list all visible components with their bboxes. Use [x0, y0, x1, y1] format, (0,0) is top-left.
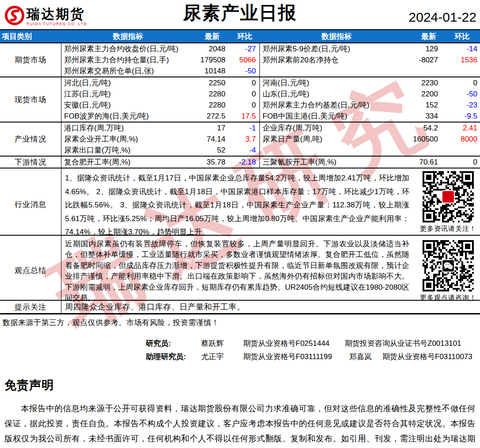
- researcher-cert: 期货从业资格号F0251444: [243, 338, 345, 348]
- latest-value: [413, 65, 444, 77]
- table-column-header: 项目类别 数据指标 最新 环比 数据指标 最新 环比: [0, 29, 480, 42]
- category-viewpoint-summary: 观点总结: [0, 236, 61, 305]
- col-header-change-left: 环比: [230, 30, 260, 42]
- latest-value: 2280: [194, 88, 230, 100]
- indicator-label: 尿素企业开工率(周,%): [61, 134, 194, 145]
- change-value: -23: [444, 100, 480, 111]
- indicator-label: 港口库存(周,万吨): [61, 123, 194, 134]
- change-value: 1536: [444, 54, 480, 65]
- ruida-logo-badge: [442, 190, 455, 203]
- indicator-label: 复合肥开工率(周,%): [61, 157, 194, 168]
- latest-value: 54.2: [413, 123, 444, 134]
- change-value: 0: [444, 77, 480, 88]
- latest-value: 152: [413, 100, 444, 111]
- change-value: 0: [230, 100, 260, 111]
- industry-news-text: 1、据隆众资讯统计，截至1月17日，中国尿素企业总库存量54.2万吨，较上周增加…: [65, 172, 409, 239]
- latest-value: 2200: [413, 88, 444, 100]
- report-page: 瑞达研究 瑞达期货 RUIDA FUTURES CO.,LTD. 尿素产业日报 …: [0, 0, 480, 448]
- change-value: -9.5: [444, 111, 480, 122]
- change-value: -50: [230, 65, 260, 77]
- indicator-label: [260, 145, 413, 156]
- latest-value: 129: [413, 43, 444, 54]
- latest-value: 2280: [194, 100, 230, 111]
- indicator-label: FOB波罗的海(日,美元/吨): [61, 111, 194, 122]
- col-header-change-right: 环比: [444, 30, 480, 42]
- industry-news-cell: 1、据隆众资讯统计，截至1月17日，中国尿素企业总库存量54.2万吨，较上周增加…: [61, 168, 480, 241]
- change-value: [444, 65, 480, 77]
- viewpoint-summary-cell: 近期国内尿素虽仍有装置故障停车，但恢复装置较多，上周产量明显回升。下游农业以及淡…: [61, 236, 480, 305]
- risk-footnote: 数据来源于第三方，观点仅供参考。市场有风险，投资需谨慎！: [0, 314, 480, 328]
- researcher-row-1: 研究员: 蔡跃辉 期货从业资格号F0251444 期货投资咨询从业证书号Z001…: [146, 337, 480, 350]
- change-value: 8000: [444, 134, 480, 145]
- indicator-label: [260, 65, 413, 77]
- indicator-label: 郑州尿素交易所仓单(日,张): [61, 65, 194, 77]
- indicator-label: 河南(日,元/吨): [260, 77, 413, 88]
- indicator-label: 河北(日,元/吨): [61, 77, 194, 88]
- news-qr-caption: 更多资讯请关注！: [419, 225, 477, 233]
- researchers-block: 研究员: 蔡跃辉 期货从业资格号F0251444 期货投资咨询从业证书号Z001…: [0, 337, 480, 363]
- latest-value: 2250: [194, 77, 230, 88]
- logo-brand-en: RUIDA FUTURES CO.,LTD.: [27, 22, 89, 26]
- news-qr-block: 更多资讯请关注！: [419, 171, 477, 233]
- latest-value: 17: [194, 123, 230, 134]
- researcher-cert-2: 期货投资咨询从业证书号Z0013101: [345, 338, 461, 348]
- category-label: 产业情况: [0, 123, 61, 156]
- category-label: 期货市场: [0, 43, 61, 77]
- viewpoint-summary-row: 观点总结 近期国内尿素虽仍有装置故障停车，但恢复装置较多，上周产量明显回升。下游…: [0, 235, 480, 300]
- col-header-latest-right: 最新: [413, 30, 444, 42]
- disclaimer-body: 本报告中的信息均来源于公开可获得资料，瑞达期货股份有限公司力求准确可靠，但对这些…: [4, 401, 476, 448]
- change-value: -4: [230, 145, 260, 156]
- indicator-label: 郑州尿素5-9价差(日,元/吨): [260, 43, 413, 54]
- assistant-cert-2: 期货从业资格号F03110073: [382, 352, 472, 362]
- indicator-label: 企业库存(周,万吨): [260, 123, 413, 134]
- logo-icon: [4, 5, 25, 26]
- latest-value: 2048: [194, 43, 230, 54]
- category-label: 下游情况: [0, 157, 61, 168]
- disclaimer-heading: 免责声明: [4, 377, 476, 393]
- report-date: 2024-01-22: [409, 10, 476, 25]
- researcher-row-2: 助理研究员: 尤正宇 期货从业资格号F03111199 郑嘉岚 期货从业资格号F…: [146, 350, 480, 363]
- logo-brand-cn: 瑞达期货: [27, 7, 89, 22]
- change-value: 5066: [230, 54, 260, 65]
- indicator-label: 三聚氰胺开工率(周,%): [260, 157, 413, 168]
- col-header-indicator-right: 数据指标: [260, 30, 413, 42]
- data-table-body: 期货市场郑州尿素主力合约收盘价(日,元/吨)2048-27郑州尿素5-9价差(日…: [0, 42, 480, 168]
- latest-value: 74.14: [194, 134, 230, 145]
- latest-value: 334: [413, 111, 444, 122]
- latest-value: 70.61: [413, 157, 444, 168]
- summary-qr-block: 更多观点请咨询！: [419, 240, 477, 302]
- table-section-0: 期货市场郑州尿素主力合约收盘价(日,元/吨)2048-27郑州尿素5-9价差(日…: [0, 42, 480, 77]
- latest-value: 52: [194, 145, 230, 156]
- report-header: 瑞达期货 RUIDA FUTURES CO.,LTD. 尿素产业日报 2024-…: [0, 0, 480, 29]
- wechat-icon: [442, 259, 455, 272]
- assistant-role: 助理研究员:: [146, 352, 201, 362]
- indicator-label: 尿素出口量(万吨,%): [61, 145, 194, 156]
- change-value: 0: [230, 88, 260, 100]
- summary-qr-caption: 更多观点请咨询！: [419, 294, 477, 302]
- latest-value: 160500: [413, 134, 444, 145]
- latest-value: 10148: [194, 65, 230, 77]
- latest-value: -8027: [413, 54, 444, 65]
- table-section-1: 现货市场河北(日,元/吨)22500河南(日,元/吨)22300江苏(日,元/吨…: [0, 77, 480, 122]
- table-section-3: 下游情况复合肥开工率(周,%)35.78-2.18三聚氰胺开工率(周,%)70.…: [0, 156, 480, 168]
- change-value: 17.5: [230, 111, 260, 122]
- indicator-label: 郑州尿素主力合约收盘价(日,元/吨): [61, 43, 194, 54]
- latest-value: 272.5: [194, 111, 230, 122]
- category-label: 现货市场: [0, 77, 61, 122]
- table-section-2: 产业情况港口库存(周,万吨)17-1企业库存(周,万吨)54.22.41尿素企业…: [0, 122, 480, 156]
- change-value: -2.18: [230, 157, 260, 168]
- page-title: 尿素产业日报: [183, 1, 297, 25]
- change-value: 3.7: [230, 134, 260, 145]
- assistant-name: 尤正宇: [201, 352, 243, 362]
- change-value: -14: [444, 43, 480, 54]
- change-value: 2.41: [444, 123, 480, 134]
- indicator-label: FOB中国主港(日,美元/吨): [260, 111, 413, 122]
- assistant-name-2: 郑嘉岚: [349, 352, 382, 362]
- latest-value: 35.78: [194, 157, 230, 168]
- change-value: 0: [230, 77, 260, 88]
- col-header-latest-left: 最新: [194, 30, 230, 42]
- indicator-label: 郑州尿素前20名净持仓: [260, 54, 413, 65]
- indicator-label: 尿素日产量(周,吨): [260, 134, 413, 145]
- latest-value: 179508: [194, 54, 230, 65]
- viewpoint-summary-text: 近期国内尿素虽仍有装置故障停车，但恢复装置较多，上周产量明显回升。下游农业以及淡…: [65, 239, 409, 303]
